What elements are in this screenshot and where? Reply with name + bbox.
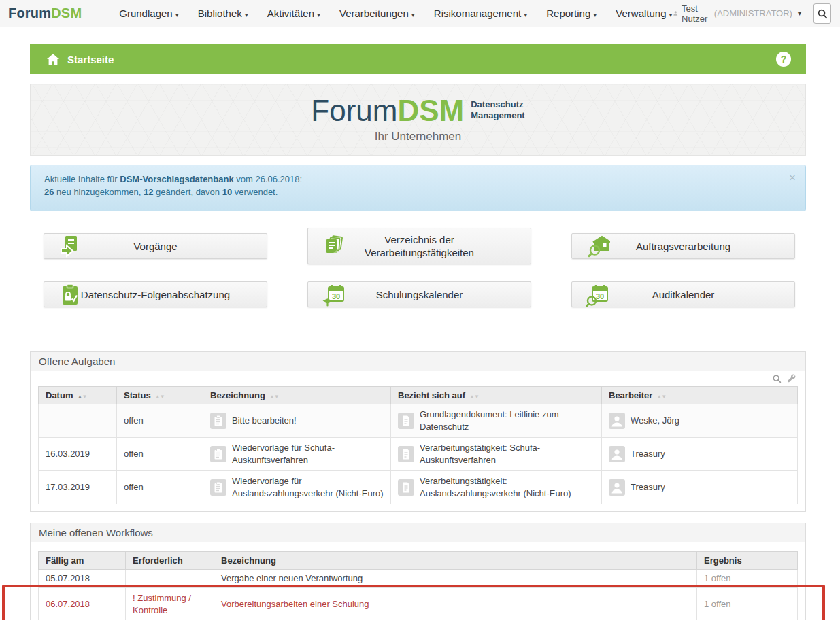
tile-datenschutz-folgenabschaetzung[interactable]: Datenschutz-Folgenabschätzung xyxy=(44,281,267,307)
cell-bezieht-sich-auf[interactable]: Verarbeitungstätigkeit: Schufa-Auskunfts… xyxy=(420,442,594,466)
document-arrow-icon xyxy=(58,234,82,258)
breadcrumb-bar: Startseite ? xyxy=(30,44,806,74)
cell-bearbeiter: Weske, Jörg xyxy=(631,415,790,427)
sort-icon: ▲▼ xyxy=(656,394,666,400)
table-row[interactable]: 16.03.2019 offen Wiedervorlage für Schuf… xyxy=(39,438,798,471)
table-row[interactable]: offen Bitte bearbeiten! Grundlagendokume… xyxy=(39,404,798,438)
document-icon xyxy=(398,479,414,496)
cell-ergebnis: 1 offen xyxy=(697,588,798,620)
cell-bezieht-sich-auf[interactable]: Grundlagendokument: Leitlinie zum Datens… xyxy=(420,409,594,433)
column-header-faellig-am: Fällig am xyxy=(39,552,126,570)
hero-banner: ForumDSM DatenschutzManagement Ihr Unter… xyxy=(30,84,806,156)
sort-icon: ▲▼ xyxy=(469,394,479,400)
chevron-down-icon: ▾ xyxy=(245,11,248,18)
user-name: Test Nutzer xyxy=(682,3,711,24)
menu-verarbeitungen[interactable]: Verarbeitungen▾ xyxy=(339,7,415,19)
wrench-icon[interactable] xyxy=(787,374,796,383)
alert-line-2: 26 neu hinzugekommen, 12 geändert, davon… xyxy=(44,186,792,199)
menu-verwaltung[interactable]: Verwaltung▾ xyxy=(616,7,672,19)
cell-bezeichnung[interactable]: Bitte bearbeiten! xyxy=(232,415,384,427)
task-icon xyxy=(210,479,226,496)
menu-aktivitaeten[interactable]: Aktivitäten▾ xyxy=(267,7,320,19)
house-magnifier-icon xyxy=(586,234,610,258)
cell-erforderlich: ! Zustimmung / Kontrolle xyxy=(126,588,214,620)
person-icon xyxy=(609,446,625,462)
user-role: (ADMINISTRATOR) xyxy=(714,8,792,18)
user-menu[interactable]: Test Nutzer (ADMINISTRATOR) ▾ xyxy=(673,3,801,24)
column-header-bezieht-sich-auf[interactable]: Bezieht sich auf▲▼ xyxy=(391,387,602,404)
menu-bibliothek[interactable]: Bibliothek▾ xyxy=(198,7,248,19)
main-menu: Grundlagen▾ Bibliothek▾ Aktivitäten▾ Ver… xyxy=(119,7,672,19)
cell-status: offen xyxy=(117,404,203,438)
cell-bearbeiter: Treasury xyxy=(631,448,790,460)
chevron-down-icon: ▾ xyxy=(411,11,415,18)
open-workflows-panel: Meine offenen Workflows Fällig am Erford… xyxy=(30,523,806,620)
cell-bezeichnung[interactable]: Wiedervorlage für Schufa-Auskunftsverfah… xyxy=(232,442,384,466)
cell-bezieht-sich-auf[interactable]: Verarbeitungstätigkeit: Auslandszahlungs… xyxy=(420,475,594,500)
table-toolbar xyxy=(38,371,798,386)
open-workflows-table: Fällig am Erforderlich Bezeichnung Ergeb… xyxy=(38,551,798,620)
column-header-bezeichnung[interactable]: Bezeichnung▲▼ xyxy=(203,387,391,404)
sort-icon: ▲▼ xyxy=(155,394,165,400)
cell-datum: 16.03.2019 xyxy=(39,438,117,471)
help-button[interactable]: ? xyxy=(776,52,791,67)
table-row[interactable]: 05.07.2018 Vergabe einer neuen Verantwor… xyxy=(39,570,798,588)
panel-title: Meine offenen Workflows xyxy=(31,523,805,542)
cell-bezeichnung[interactable]: Vorbereitungsarbeiten einer Schulung xyxy=(214,588,697,620)
shortcut-tiles: Vorgänge Verzeichnis der Verarbeitungstä… xyxy=(30,228,806,307)
app-logo[interactable]: ForumDSM xyxy=(8,5,82,21)
chevron-down-icon: ▾ xyxy=(798,10,801,17)
company-name: Ihr Unternehmen xyxy=(375,130,462,143)
svg-text:30: 30 xyxy=(332,292,340,300)
column-header-bezeichnung: Bezeichnung xyxy=(214,552,697,570)
documents-stack-icon xyxy=(322,234,346,258)
cell-faellig-am: 06.07.2018 xyxy=(39,588,126,620)
cell-bezeichnung[interactable]: Wiedervorlage für Auslandszahlungsverkeh… xyxy=(232,475,384,500)
search-button[interactable] xyxy=(813,3,831,24)
menu-risikomanagement[interactable]: Risikomanagement▾ xyxy=(434,7,527,19)
calendar-magnifier-icon: 30 xyxy=(586,282,610,307)
tile-auftragsverarbeitung[interactable]: Auftragsverarbeitung xyxy=(571,233,795,259)
menu-grundlagen[interactable]: Grundlagen▾ xyxy=(119,7,178,19)
task-icon xyxy=(210,446,226,462)
hero-tagline: DatenschutzManagement xyxy=(471,99,524,121)
chevron-down-icon: ▾ xyxy=(593,11,597,18)
divider xyxy=(30,337,806,337)
cell-bezeichnung[interactable]: Vergabe einer neuen Verantwortung xyxy=(214,570,697,588)
chevron-down-icon: ▾ xyxy=(175,11,179,18)
cell-status: offen xyxy=(117,471,203,504)
close-icon[interactable]: × xyxy=(789,173,796,183)
home-icon xyxy=(46,53,60,66)
user-icon xyxy=(673,9,678,18)
table-row[interactable]: 17.03.2019 offen Wiedervorlage für Ausla… xyxy=(39,471,798,504)
column-header-datum[interactable]: Datum▲▼ xyxy=(39,387,117,404)
alert-line-1: Aktuelle Inhalte für DSM-Vorschlagsdaten… xyxy=(44,173,792,186)
column-header-bearbeiter[interactable]: Bearbeiter▲▼ xyxy=(602,387,798,404)
top-navbar: ForumDSM Grundlagen▾ Bibliothek▾ Aktivit… xyxy=(0,0,840,27)
highlighted-workflow-row[interactable]: 06.07.2018 ! Zustimmung / Kontrolle Vorb… xyxy=(39,588,798,620)
cell-faellig-am: 05.07.2018 xyxy=(39,570,126,588)
info-alert: Aktuelle Inhalte für DSM-Vorschlagsdaten… xyxy=(30,165,806,211)
hero-logo: ForumDSM xyxy=(311,96,464,126)
tile-schulungskalender[interactable]: 30 Schulungskalender xyxy=(307,281,531,307)
breadcrumb-title: Startseite xyxy=(67,54,114,65)
document-icon xyxy=(398,446,414,462)
column-header-ergebnis: Ergebnis xyxy=(697,552,798,570)
tile-verzeichnis[interactable]: Verzeichnis der Verarbeitungstätigkeiten xyxy=(307,228,531,264)
sort-icon: ▲▼ xyxy=(269,394,279,400)
search-icon[interactable] xyxy=(772,374,782,383)
chevron-down-icon: ▾ xyxy=(524,11,527,18)
tile-auditkalender[interactable]: 30 Auditkalender xyxy=(571,281,795,307)
menu-reporting[interactable]: Reporting▾ xyxy=(546,7,597,19)
column-header-status[interactable]: Status▲▼ xyxy=(117,387,203,404)
tile-vorgaenge[interactable]: Vorgänge xyxy=(44,233,267,259)
cell-status: offen xyxy=(117,438,203,471)
svg-text:30: 30 xyxy=(596,292,604,300)
document-icon xyxy=(398,413,414,429)
cell-datum xyxy=(39,404,117,438)
calendar-training-icon: 30 xyxy=(322,282,346,307)
sort-icon: ▲▼ xyxy=(77,394,86,400)
person-icon xyxy=(609,479,625,496)
open-tasks-panel: Offene Aufgaben Datum▲▼ Status▲▼ Bezeich… xyxy=(30,351,806,512)
clipboard-lock-check-icon xyxy=(58,282,82,307)
